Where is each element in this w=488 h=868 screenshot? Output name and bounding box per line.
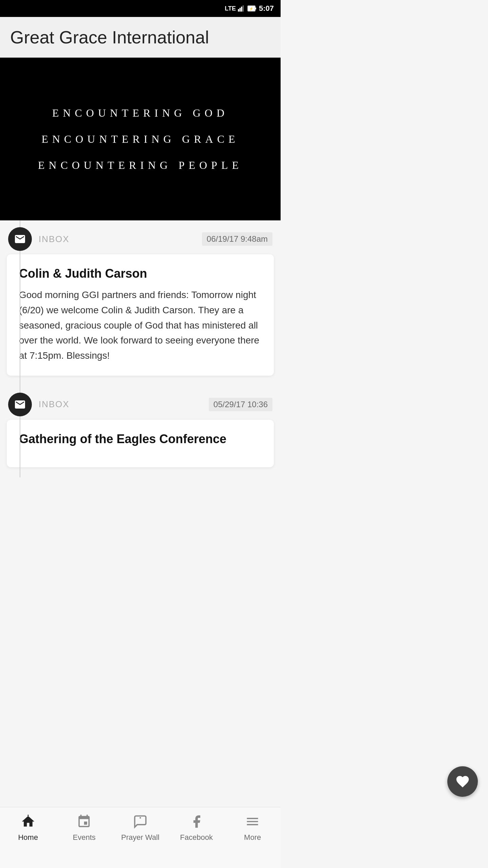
envelope-icon-1 bbox=[14, 233, 26, 245]
feed-card-1[interactable]: Colin & Judith Carson Good morning GGI p… bbox=[7, 254, 274, 376]
svg-rect-3 bbox=[243, 5, 244, 12]
status-icons: LTE ⚡ 5:07 bbox=[225, 4, 274, 13]
feed-card-title-2: Gathering of the Eagles Conference bbox=[19, 432, 262, 446]
feed-item-2: INBOX 05/29/17 10:36 Gathering of the Ea… bbox=[0, 386, 281, 477]
feed-container: INBOX 06/19/17 9:48am Colin & Judith Car… bbox=[0, 220, 281, 545]
app-header: Great Grace International bbox=[0, 17, 281, 58]
inbox-icon-2 bbox=[8, 393, 32, 416]
inbox-label-2: INBOX bbox=[39, 399, 69, 410]
app-title: Great Grace International bbox=[10, 27, 209, 47]
svg-rect-2 bbox=[241, 7, 242, 12]
svg-rect-0 bbox=[238, 9, 239, 12]
feed-item-header-2: INBOX 05/29/17 10:36 bbox=[0, 393, 281, 416]
svg-text:⚡: ⚡ bbox=[249, 6, 253, 11]
hero-section: ENCOUNTERING GOD ENCOUNTERING GRACE ENCO… bbox=[0, 58, 281, 220]
envelope-icon-2 bbox=[14, 398, 26, 411]
inbox-icon-1 bbox=[8, 227, 32, 251]
timestamp-2: 05/29/17 10:36 bbox=[209, 398, 272, 411]
hero-line-2: ENCOUNTERING GRACE bbox=[41, 133, 239, 145]
svg-rect-1 bbox=[240, 8, 241, 12]
timestamp-1: 06/19/17 9:48am bbox=[202, 232, 272, 246]
feed-item-header-1: INBOX 06/19/17 9:48am bbox=[0, 227, 281, 251]
status-bar: LTE ⚡ 5:07 bbox=[0, 0, 281, 17]
signal-bars-icon bbox=[238, 5, 245, 12]
feed-card-2[interactable]: Gathering of the Eagles Conference bbox=[7, 420, 274, 467]
svg-rect-5 bbox=[255, 7, 256, 9]
battery-icon: ⚡ bbox=[247, 5, 257, 12]
feed-card-body-1: Good morning GGI partners and friends: T… bbox=[19, 288, 262, 363]
signal-indicator: LTE bbox=[225, 5, 236, 12]
clock: 5:07 bbox=[259, 4, 274, 13]
hero-line-1: ENCOUNTERING GOD bbox=[52, 107, 228, 119]
feed-card-title-1: Colin & Judith Carson bbox=[19, 267, 262, 281]
feed-item-1: INBOX 06/19/17 9:48am Colin & Judith Car… bbox=[0, 220, 281, 386]
inbox-label-1: INBOX bbox=[39, 234, 69, 244]
hero-line-3: ENCOUNTERING PEOPLE bbox=[38, 159, 243, 172]
